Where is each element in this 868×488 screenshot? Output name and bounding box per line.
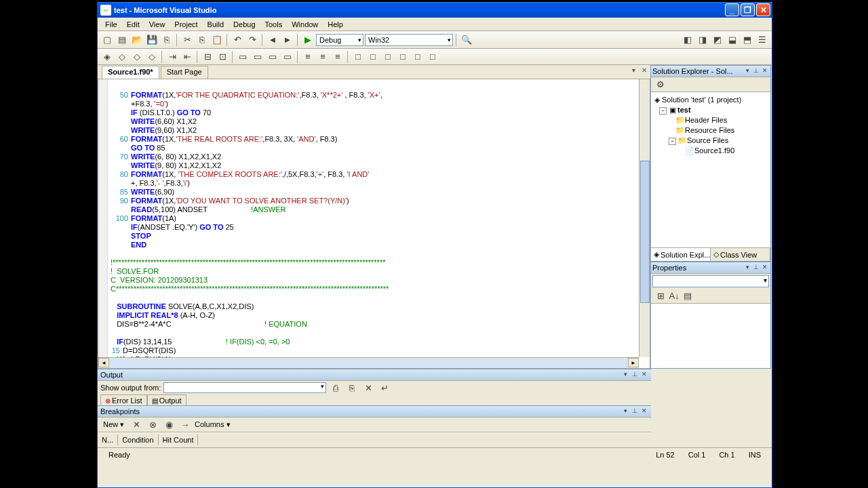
code-editor[interactable]: 50FORMAT(1X,'FOR THE QUADRATIC EQUATION:… [98,79,650,369]
tt-icon-2[interactable]: ▭ [251,50,264,64]
menu-debug[interactable]: Debug [229,19,260,30]
outdent-icon[interactable]: ⇤ [180,50,194,64]
tab-source1[interactable]: Source1.f90* [102,66,159,79]
tt-icon-12[interactable]: □ [411,50,425,64]
tab-close-icon[interactable]: ✕ [639,66,649,76]
tt-icon-6[interactable]: ≡ [316,50,330,64]
tab-solution-explorer[interactable]: ◈Solution Expl... [651,248,711,261]
menu-view[interactable]: View [144,19,170,30]
bp-delete-icon[interactable]: ✕ [130,418,143,432]
tb-icon-a[interactable]: ◧ [681,33,694,47]
save-icon[interactable]: 💾 [145,33,159,47]
bp-dropdown-icon[interactable]: ▾ [621,407,629,415]
editor-vscroll[interactable] [639,79,650,357]
panel-pin-icon[interactable]: ⊥ [752,67,760,75]
bp-toggle-icon[interactable]: ◉ [162,418,176,432]
comment-icon[interactable]: ⊟ [201,50,214,64]
prev-bookmark-icon[interactable]: ◇ [115,50,129,64]
start-debug-icon[interactable]: ▶ [301,33,315,47]
tt-icon-4[interactable]: ▭ [281,50,294,64]
maximize-button[interactable]: ❐ [741,3,755,16]
bp-close-icon[interactable]: ✕ [640,407,648,415]
title-bar: ∞ test - Microsoft Visual Studio _ ❐ ✕ [98,2,772,18]
tb-icon-e[interactable]: ⬒ [741,33,754,47]
tb-icon-b[interactable]: ◨ [696,33,709,47]
tab-dropdown-icon[interactable]: ▾ [629,66,638,76]
properties-object-combo[interactable] [652,275,769,287]
menu-bar: File Edit View Project Build Debug Tools… [98,18,772,31]
menu-help[interactable]: Help [323,19,348,30]
bookmark-icon[interactable]: ◈ [100,50,114,64]
menu-tools[interactable]: Tools [260,19,288,30]
window-title: test - Microsoft Visual Studio [114,6,725,14]
nav-fwd-icon[interactable]: ► [281,33,294,47]
panel-close-icon[interactable]: ✕ [761,67,769,75]
copy-icon[interactable]: ⎘ [195,33,209,47]
tb-icon-c[interactable]: ◩ [711,33,724,47]
paste-icon[interactable]: 📋 [210,33,224,47]
properties-icon[interactable]: ⚙ [654,78,667,92]
output-header: Output ▾ ⊥ ✕ [98,369,651,381]
bp-column-headers[interactable]: N... Condition Hit Count [98,432,651,446]
indent-icon[interactable]: ⇥ [165,50,179,64]
output-dropdown-icon[interactable]: ▾ [621,371,629,379]
bp-delete-all-icon[interactable]: ⊗ [146,418,159,432]
solution-tree[interactable]: ◈Solution 'test' (1 project) −▣test 📁Hea… [651,92,770,247]
tt-icon-1[interactable]: ▭ [236,50,250,64]
prop-close-icon[interactable]: ✕ [761,264,769,272]
categorized-icon[interactable]: ⊞ [654,289,667,303]
bp-goto-icon[interactable]: → [178,418,192,432]
tt-icon-13[interactable]: □ [426,50,439,64]
platform-combo[interactable]: Win32 [365,34,453,46]
output-source-combo[interactable] [163,382,326,393]
next-bookmark-icon[interactable]: ◇ [130,50,144,64]
prop-dropdown-icon[interactable]: ▾ [743,264,751,272]
tt-icon-8[interactable]: □ [351,50,365,64]
output-pin-icon[interactable]: ⊥ [631,371,639,379]
menu-window[interactable]: Window [287,19,323,30]
prop-pages-icon[interactable]: ▤ [681,289,694,303]
close-button[interactable]: ✕ [756,3,770,16]
bp-new-button[interactable]: New ▾ [100,420,127,430]
tab-start-page[interactable]: Start Page [161,66,208,79]
menu-build[interactable]: Build [203,19,229,30]
out-icon-3[interactable]: ✕ [361,381,375,394]
out-icon-1[interactable]: ⎙ [329,381,342,394]
menu-edit[interactable]: Edit [122,19,144,30]
undo-icon[interactable]: ↶ [231,33,244,47]
add-item-icon[interactable]: ▤ [115,33,129,47]
menu-project[interactable]: Project [170,19,202,30]
tt-icon-3[interactable]: ▭ [266,50,279,64]
config-combo[interactable]: Debug [316,34,363,46]
new-project-icon[interactable]: ▢ [100,33,114,47]
alphabetical-icon[interactable]: A↓ [667,289,681,303]
tb-icon-f[interactable]: ☰ [755,33,769,47]
properties-grid[interactable] [651,304,770,368]
status-col: Col 1 [682,451,713,459]
redo-icon[interactable]: ↷ [245,33,259,47]
tb-icon-d[interactable]: ⬓ [726,33,739,47]
tt-icon-9[interactable]: □ [366,50,380,64]
minimize-button[interactable]: _ [725,3,739,16]
uncomment-icon[interactable]: ⊡ [216,50,229,64]
editor-hscroll[interactable]: ◄ ► [98,357,639,368]
tt-icon-11[interactable]: □ [396,50,410,64]
tt-icon-7[interactable]: ≡ [331,50,344,64]
tt-icon-10[interactable]: □ [381,50,395,64]
save-all-icon[interactable]: ⎘ [160,33,174,47]
cut-icon[interactable]: ✂ [180,33,194,47]
bp-pin-icon[interactable]: ⊥ [631,407,639,415]
clear-bookmark-icon[interactable]: ◇ [145,50,159,64]
panel-dropdown-icon[interactable]: ▾ [743,67,751,75]
out-icon-2[interactable]: ⎘ [345,381,359,394]
prop-pin-icon[interactable]: ⊥ [752,264,760,272]
bp-columns-button[interactable]: Columns ▾ [195,420,230,429]
find-icon[interactable]: 🔍 [460,33,473,47]
nav-back-icon[interactable]: ◄ [266,33,279,47]
menu-file[interactable]: File [100,19,122,30]
output-close-icon[interactable]: ✕ [640,371,648,379]
tt-icon-5[interactable]: ≡ [301,50,315,64]
out-icon-4[interactable]: ↵ [378,381,391,394]
open-icon[interactable]: 📂 [130,33,144,47]
tab-class-view[interactable]: ◇Class View [711,248,770,261]
